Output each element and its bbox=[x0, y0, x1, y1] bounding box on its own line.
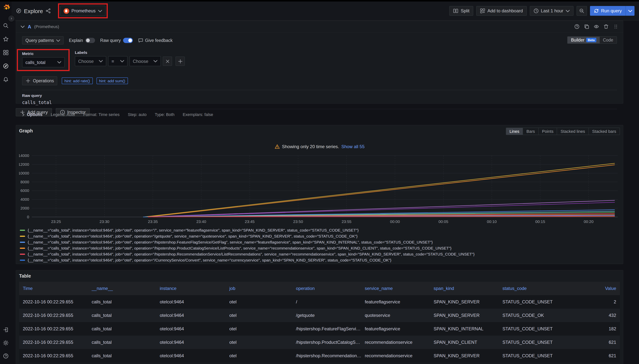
query-hints: hint: add rate()hint: add sum() bbox=[62, 78, 128, 84]
label-operator-select[interactable]: = bbox=[108, 56, 128, 66]
svg-text:10000: 10000 bbox=[19, 171, 29, 175]
table-row[interactable]: 2022-10-16 00:22:29.655calls_totalotelco… bbox=[19, 295, 620, 309]
graph-mode-points[interactable]: Points bbox=[538, 128, 557, 135]
sign-in-icon[interactable] bbox=[3, 327, 8, 332]
column-header-instance[interactable]: instance bbox=[156, 286, 226, 291]
legend-item[interactable]: {__name__="calls_total", instance="otelc… bbox=[20, 227, 620, 233]
legend-item[interactable]: {__name__="calls_total", instance="otelc… bbox=[20, 233, 620, 239]
raw-query-label: Raw query bbox=[100, 38, 121, 43]
table-row[interactable]: 2022-10-16 00:22:29.655calls_totalotelco… bbox=[19, 309, 620, 322]
series-line bbox=[148, 165, 615, 217]
settings-gear-icon[interactable] bbox=[3, 340, 8, 346]
column-header-time[interactable]: Time bbox=[19, 286, 88, 291]
datasource-picker[interactable]: Prometheus bbox=[60, 6, 105, 16]
table-row[interactable]: 2022-10-16 00:22:29.655calls_totalotelco… bbox=[19, 322, 620, 336]
column-header-__name__[interactable]: __name__ bbox=[88, 286, 156, 291]
chart-svg: 0200040006000800010000120001400023:2523:… bbox=[19, 152, 621, 226]
table-cell: calls_total bbox=[88, 353, 156, 358]
time-range-picker[interactable]: Last 1 hour bbox=[530, 6, 573, 16]
metric-select[interactable]: calls_total bbox=[22, 57, 65, 67]
option-summary-item: Exemplars: false bbox=[183, 112, 213, 117]
duplicate-query-icon[interactable] bbox=[584, 24, 589, 29]
chevron-down-icon bbox=[120, 59, 124, 63]
column-header-service_name[interactable]: service_name bbox=[361, 286, 430, 291]
show-all-series-link[interactable]: Show all 55 bbox=[342, 144, 364, 149]
legend-color-dash bbox=[20, 242, 25, 242]
column-header-job[interactable]: job bbox=[226, 286, 292, 291]
table-cell: SPAN_KIND_SERVER bbox=[430, 353, 499, 358]
legend-series-label: {__name__="calls_total", instance="otelc… bbox=[28, 240, 433, 244]
query-patterns-button[interactable]: Query patterns bbox=[22, 36, 64, 44]
code-mode-option[interactable]: Code bbox=[600, 37, 616, 44]
table-cell: STATUS_CODE_OK bbox=[499, 313, 561, 318]
raw-query-label: Raw query bbox=[22, 93, 617, 98]
remove-label-filter-button[interactable] bbox=[163, 56, 172, 66]
table-cell: STATUS_CODE_UNSET bbox=[499, 299, 561, 304]
grafana-logo[interactable] bbox=[1, 3, 10, 12]
run-query-dropdown[interactable] bbox=[626, 6, 634, 16]
operations-button[interactable]: Operations bbox=[22, 76, 58, 85]
column-header-status_code[interactable]: status_code bbox=[499, 286, 561, 291]
explore-title-compass-icon bbox=[16, 8, 21, 14]
table-cell: SPAN_KIND_SERVER bbox=[430, 299, 499, 304]
options-toggle[interactable]: Options bbox=[22, 112, 42, 117]
apps-icon[interactable] bbox=[3, 50, 8, 55]
graph-mode-stacked-bars[interactable]: Stacked bars bbox=[588, 128, 620, 135]
column-header-operation[interactable]: operation bbox=[292, 286, 361, 291]
collapse-chevron-icon[interactable] bbox=[20, 24, 25, 28]
label-key-select[interactable]: Choose bbox=[75, 56, 106, 66]
chevron-down-icon bbox=[99, 59, 103, 63]
legend-item[interactable]: {__name__="calls_total", instance="otelc… bbox=[20, 245, 620, 251]
legend-item[interactable]: {__name__="calls_total", instance="otelc… bbox=[20, 251, 620, 257]
table-row[interactable]: 2022-10-16 00:22:29.655calls_totalotelco… bbox=[19, 349, 620, 362]
legend-color-dash bbox=[20, 260, 25, 260]
search-icon[interactable] bbox=[3, 23, 8, 28]
refresh-icon bbox=[594, 8, 599, 14]
table-panel-title: Table bbox=[19, 274, 620, 279]
column-header-span_kind[interactable]: span_kind bbox=[430, 286, 499, 291]
zoom-out-button[interactable] bbox=[576, 6, 587, 16]
star-icon[interactable] bbox=[3, 36, 8, 42]
run-query-button[interactable]: Run query bbox=[590, 6, 626, 16]
table-cell: /hipstershop.Recommendation… bbox=[292, 353, 361, 358]
plus-icon bbox=[26, 78, 31, 84]
builder-mode-option[interactable]: Builder Beta bbox=[568, 37, 600, 44]
legend-item[interactable]: {__name__="calls_total", instance="otelc… bbox=[20, 239, 620, 245]
share-icon[interactable] bbox=[46, 8, 51, 14]
legend-color-dash bbox=[20, 230, 25, 231]
table-cell: 621 bbox=[561, 353, 620, 358]
sidebar-expand-button[interactable]: › bbox=[8, 15, 15, 22]
grafana-explore-page: › Explore Prometheus bbox=[0, 0, 639, 364]
raw-query-toggle[interactable] bbox=[123, 38, 133, 43]
query-hint[interactable]: hint: add sum() bbox=[96, 78, 128, 84]
top-strip bbox=[0, 0, 639, 2]
time-series-chart[interactable]: 0200040006000800010000120001400023:2523:… bbox=[19, 152, 621, 226]
explain-toggle[interactable] bbox=[85, 38, 95, 43]
remove-query-trash-icon[interactable] bbox=[604, 24, 609, 29]
graph-mode-bars[interactable]: Bars bbox=[523, 128, 538, 135]
alerting-bell-icon[interactable] bbox=[3, 77, 8, 82]
results-table: Time__name__instancejoboperationservice_… bbox=[19, 282, 620, 362]
label-value-select[interactable]: Choose bbox=[130, 56, 161, 66]
query-help-icon[interactable] bbox=[574, 24, 580, 29]
query-hint[interactable]: hint: add rate() bbox=[62, 78, 93, 84]
legend-item[interactable]: {__name__="calls_total", instance="otelc… bbox=[20, 257, 620, 263]
table-row[interactable]: 2022-10-16 00:22:29.655calls_totalotelco… bbox=[19, 336, 620, 349]
add-to-dashboard-button[interactable]: Add to dashboard bbox=[476, 6, 527, 16]
table-cell: STATUS_CODE_UNSET bbox=[499, 340, 561, 345]
legend-color-dash bbox=[20, 236, 25, 236]
help-icon[interactable] bbox=[3, 353, 8, 359]
query-toolbar: Query patterns Explain Raw query Give fe… bbox=[22, 36, 617, 45]
table-cell: featureflagservice bbox=[361, 326, 430, 332]
drag-handle-icon[interactable] bbox=[613, 24, 618, 29]
chart-legend: {__name__="calls_total", instance="otelc… bbox=[20, 227, 620, 263]
graph-mode-stacked-lines[interactable]: Stacked lines bbox=[557, 128, 588, 135]
split-button[interactable]: Split bbox=[450, 6, 473, 16]
hide-query-eye-icon[interactable] bbox=[594, 24, 599, 29]
give-feedback-link[interactable]: Give feedback bbox=[138, 38, 173, 43]
explore-compass-icon[interactable] bbox=[3, 63, 8, 69]
graph-mode-lines[interactable]: Lines bbox=[506, 128, 523, 135]
metric-annotation-box: Metric calls_total bbox=[17, 49, 70, 71]
add-label-filter-button[interactable] bbox=[176, 56, 185, 66]
column-header-value[interactable]: Value bbox=[561, 286, 620, 291]
